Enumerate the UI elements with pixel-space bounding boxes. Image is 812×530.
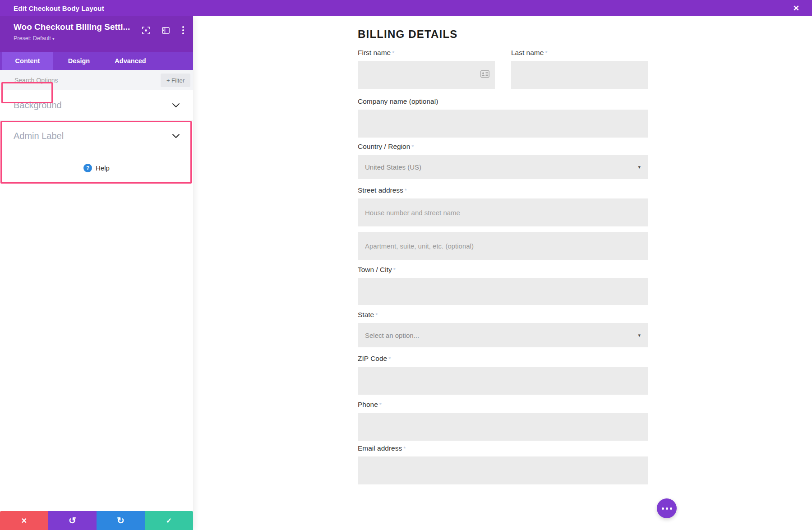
state-select[interactable]: Select an option... ▾ [358, 323, 648, 347]
expand-module-icon[interactable] [142, 26, 150, 34]
more-options-button[interactable] [657, 498, 677, 518]
help-row: ? Help [0, 164, 193, 172]
phone-input[interactable] [358, 413, 648, 441]
panel-layout-icon[interactable] [161, 26, 170, 34]
save-button[interactable]: ✓ [145, 511, 193, 530]
divi-builder-screen: Edit Checkout Body Layout ✕ Woo Checkout… [0, 0, 812, 530]
discard-button[interactable]: ✕ [0, 511, 48, 530]
company-field: Company name (optional) [358, 97, 648, 138]
help-label: Help [96, 164, 110, 172]
checkout-preview: BILLING DETAILS First name* Last name* [193, 16, 812, 530]
settings-tabbar: Content Design Advanced [0, 52, 193, 70]
required-mark: * [379, 401, 382, 408]
zip-label: ZIP Code* [358, 355, 648, 363]
module-title: Woo Checkout Billing Setti... [14, 22, 131, 32]
company-label: Company name (optional) [358, 97, 648, 106]
section-admin-label[interactable]: Admin Label [0, 120, 193, 151]
phone-field: Phone* [358, 401, 648, 441]
ellipsis-icon [662, 507, 664, 510]
required-mark: * [545, 50, 547, 56]
settings-panel: Woo Checkout Billing Setti... Preset: De… [0, 16, 193, 530]
close-icon[interactable]: ✕ [790, 0, 802, 16]
last-name-input[interactable] [511, 61, 648, 89]
city-field: Town / City* [358, 266, 648, 305]
first-name-label: First name* [358, 49, 495, 57]
email-field: Email address* [358, 444, 648, 484]
preset-dropdown[interactable]: Preset: Default▾ [14, 35, 55, 41]
email-input[interactable] [358, 456, 648, 484]
section-background-label: Background [14, 100, 62, 111]
required-mark: * [375, 312, 378, 318]
country-label: Country / Region* [358, 143, 648, 151]
options-accordion: Background Admin Label [0, 90, 193, 151]
country-field: Country / Region* United States (US) ▾ [358, 143, 648, 179]
country-select-value: United States (US) [365, 163, 421, 171]
chevron-down-icon [172, 103, 180, 107]
filter-button[interactable]: + Filter [161, 74, 190, 87]
email-label: Email address* [358, 444, 648, 452]
redo-icon: ↻ [117, 515, 125, 526]
state-select-value: Select an option... [365, 332, 419, 339]
module-settings-header: Woo Checkout Billing Setti... Preset: De… [0, 16, 193, 52]
country-select[interactable]: United States (US) ▾ [358, 155, 648, 179]
required-mark: * [388, 355, 391, 362]
help-button[interactable]: ? Help [83, 164, 110, 172]
name-row: First name* Last name* [358, 49, 648, 89]
first-name-input[interactable] [358, 61, 495, 89]
city-label: Town / City* [358, 266, 648, 274]
required-mark: * [393, 267, 396, 273]
chevron-down-icon: ▾ [52, 36, 55, 41]
city-input[interactable] [358, 278, 648, 305]
section-background[interactable]: Background [0, 90, 193, 120]
street-field: Street address* [358, 186, 648, 260]
zip-input[interactable] [358, 367, 648, 395]
modal-header: Edit Checkout Body Layout ✕ [0, 0, 812, 16]
required-mark: * [392, 50, 394, 56]
phone-label: Phone* [358, 401, 648, 409]
modal-title: Edit Checkout Body Layout [0, 5, 104, 12]
state-field: State* Select an option... ▾ [358, 311, 648, 347]
tab-content[interactable]: Content [2, 52, 53, 70]
undo-icon: ↺ [69, 515, 76, 526]
required-mark: * [411, 143, 414, 150]
tab-design[interactable]: Design [53, 52, 105, 70]
undo-button[interactable]: ↺ [48, 511, 97, 530]
section-admin-label-label: Admin Label [14, 131, 64, 141]
select-caret-icon: ▾ [638, 164, 641, 170]
redo-button[interactable]: ↻ [97, 511, 145, 530]
company-input[interactable] [358, 110, 648, 138]
required-mark: * [405, 187, 407, 194]
required-mark: * [403, 445, 406, 452]
billing-details-title: BILLING DETAILS [358, 28, 458, 41]
search-row: + Filter [0, 70, 193, 90]
tab-advanced[interactable]: Advanced [105, 52, 156, 70]
autofill-contact-icon[interactable] [480, 70, 489, 79]
street-label: Street address* [358, 186, 648, 194]
street-address-input[interactable] [358, 198, 648, 226]
check-icon: ✓ [166, 516, 172, 525]
last-name-label: Last name* [511, 49, 648, 57]
select-caret-icon: ▾ [638, 332, 641, 338]
kebab-menu-icon[interactable] [181, 25, 185, 35]
state-label: State* [358, 311, 648, 319]
chevron-down-icon [172, 134, 180, 138]
panel-footer: ✕ ↺ ↻ ✓ [0, 511, 193, 530]
zip-field: ZIP Code* [358, 355, 648, 395]
street-address-2-input[interactable] [358, 232, 648, 260]
x-icon: ✕ [21, 516, 27, 525]
help-icon: ? [83, 164, 92, 172]
